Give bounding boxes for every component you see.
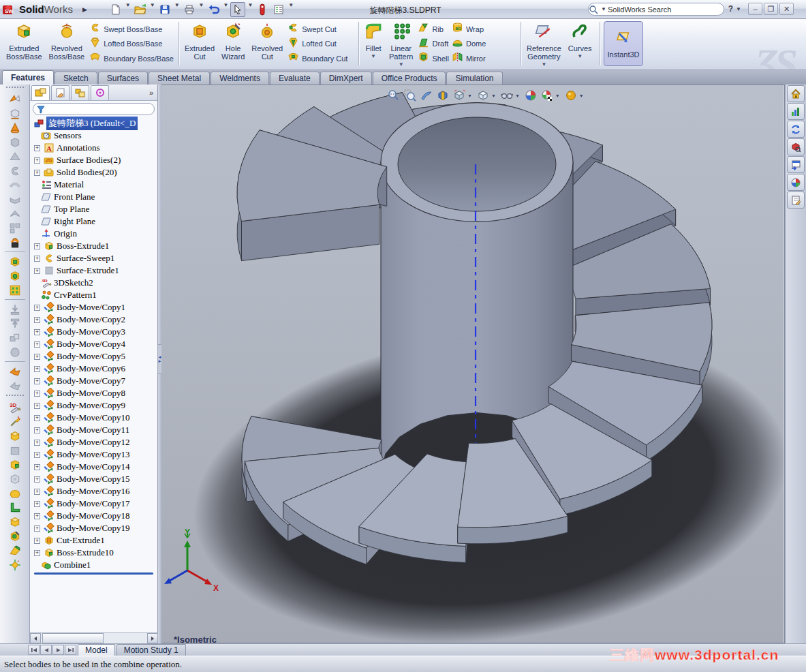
left-toolbar-wing-icon[interactable] [6,92,24,106]
featuremanager-tab[interactable] [31,85,50,100]
wrap-button[interactable]: abWrap [452,22,486,36]
expand-icon[interactable]: + [34,268,40,274]
expand-icon[interactable]: + [34,305,40,311]
tree-item-boss-extrude10[interactable]: +Boss-Extrude10 [30,547,157,559]
tree-item-crvpattern1[interactable]: CrvPattern1 [30,289,157,301]
left-toolbar-sk3d-icon[interactable]: 3D [6,400,24,414]
expand-icon[interactable]: + [34,427,40,433]
taskpane-refresh-button[interactable] [787,121,805,138]
extruded-button[interactable]: Extruded Cut [182,20,217,61]
tree-item-body-move-copy2[interactable]: +Body-Move/Copy2 [30,314,157,326]
left-toolbar-ybox3-icon[interactable] [6,515,24,529]
expand-icon[interactable]: + [34,341,40,348]
fillet-button[interactable]: Fillet▼ [362,20,385,60]
expand-icon[interactable]: + [34,452,40,458]
tree-item-front-plane[interactable]: Front Plane [30,191,157,203]
headsup-scene-button[interactable]: ▼ [540,88,562,103]
swept-cut-button[interactable]: Swept Cut [288,22,347,36]
headsup-zoomarea-button[interactable] [403,88,418,103]
vcr-prev-button[interactable] [40,645,52,655]
tree-item-top-plane[interactable]: Top Plane [30,203,157,215]
expand-icon[interactable]: + [34,170,40,176]
tree-item-body-move-copy4[interactable]: +Body-Move/Copy4 [30,338,157,350]
tree-item-body-move-copy12[interactable]: +Body-Move/Copy12 [30,436,157,448]
left-toolbar-ywedge-icon[interactable] [6,543,24,558]
revolved-button[interactable]: Revolved Boss/Base [46,20,88,61]
expand-icon[interactable]: + [34,354,40,360]
tree-item-body-move-copy13[interactable]: +Body-Move/Copy13 [30,448,157,461]
lofted-boss-base-button[interactable]: Lofted Boss/Base [89,37,174,51]
help-dropdown[interactable]: ▼ [736,6,741,12]
left-toolbar-g-ball-icon[interactable] [6,345,24,359]
curves-button[interactable]: Curves▼ [565,20,595,60]
tab-simulation[interactable]: Simulation [446,72,502,85]
left-toolbar-g-tri-icon[interactable] [6,207,24,221]
expand-icon[interactable]: + [34,145,40,151]
left-toolbar-g-grid-icon[interactable] [6,221,24,235]
panel-tabs-overflow[interactable]: » [149,89,153,97]
bottom-tab-model[interactable]: Model [78,644,115,656]
instant3d-button[interactable]: Instant3D [604,21,643,66]
undo-icon[interactable] [206,2,221,17]
expand-icon[interactable]: + [34,243,40,249]
expand-icon[interactable]: + [34,513,40,519]
left-toolbar-lock-icon[interactable] [6,235,24,249]
left-toolbar-ypat-icon[interactable] [6,283,24,297]
rollback-bar[interactable] [34,572,153,575]
expand-icon[interactable]: + [34,440,40,446]
hole-button[interactable]: Hole Wizard [219,20,247,61]
tab-office-products[interactable]: Office Products [373,72,446,85]
tree-item-body-move-copy7[interactable]: +Body-Move/Copy7 [30,375,157,387]
left-toolbar-g-corner-icon[interactable] [6,149,24,164]
propertymanager-tab[interactable] [51,85,69,100]
left-toolbar-ybox2-icon[interactable] [6,429,24,443]
tab-evaluate[interactable]: Evaluate [270,72,320,85]
left-toolbar-fold-icon[interactable] [6,364,24,378]
tab-weldments[interactable]: Weldments [211,72,269,85]
tree-item-body-move-copy11[interactable]: +Body-Move/Copy11 [30,424,157,436]
tab-features[interactable]: Features [2,70,54,85]
tree-item-surface-extrude1[interactable]: +Surface-Extrude1 [30,264,157,277]
open-icon-dropdown[interactable]: ▼ [150,2,155,17]
xpress-tools-icon[interactable] [255,2,270,17]
left-toolbar-dim-icon[interactable] [6,106,24,121]
tree-item-body-move-copy9[interactable]: +Body-Move/Copy9 [30,399,157,412]
tree-item-body-move-copy18[interactable]: +Body-Move/Copy18 [30,510,157,522]
left-toolbar-g-cube-icon[interactable] [6,135,24,149]
left-toolbar-spark-icon[interactable] [6,414,24,429]
configurationmanager-tab[interactable] [71,85,89,100]
tree-item-sensors[interactable]: Sensors [30,129,157,142]
expand-icon[interactable]: + [34,391,40,397]
headsup-viewcube-button[interactable]: ▼ [452,88,474,103]
menu-arrow[interactable]: ▶ [82,6,87,13]
taskpane-colorball-button[interactable] [787,174,805,191]
left-toolbar-g-box-icon[interactable] [6,443,24,457]
draft-button[interactable]: Draft [418,37,448,51]
lofted-cut-button[interactable]: Lofted Cut [288,37,347,51]
expand-icon[interactable]: + [34,378,40,384]
left-toolbar-g-pipe-icon[interactable] [6,178,24,192]
graphics-viewport[interactable]: X Z Y ▼▼▼▼▼ *Isometric [161,85,785,643]
tree-item-annotations[interactable]: +AAnnotations [30,142,157,154]
rib-button[interactable]: Rib [418,22,448,36]
maximize-button[interactable]: ❐ [764,3,778,15]
dome-button[interactable]: Dome [452,37,486,51]
tree-root-item[interactable]: 旋轉階梯3 (Default<_D [30,117,157,129]
mirror-button[interactable]: Mirror [452,51,486,65]
expand-icon[interactable]: + [34,403,40,409]
minimize-button[interactable]: – [748,3,762,15]
headsup-zoomfit-button[interactable] [386,88,401,103]
headsup-glasses-button[interactable]: ▼ [499,88,522,103]
tree-item-body-move-copy5[interactable]: +Body-Move/Copy5 [30,350,157,363]
tree-item-surface-sweep1[interactable]: +Surface-Sweep1 [30,252,157,264]
tree-item-body-move-copy8[interactable]: +Body-Move/Copy8 [30,387,157,399]
expand-icon[interactable]: + [34,476,40,483]
headsup-section-button[interactable] [435,88,450,103]
bottom-tab-motion-study-1[interactable]: Motion Study 1 [117,644,186,656]
tree-item-body-move-copy1[interactable]: +Body-Move/Copy1 [30,301,157,314]
taskpane-home-button[interactable] [787,85,805,102]
print-icon-dropdown[interactable]: ▼ [199,2,204,17]
boundary-boss-base-button[interactable]: Boundary Boss/Base [89,51,174,65]
select-cursor-icon[interactable] [230,2,245,17]
left-toolbar-ygcube-icon[interactable] [6,457,24,472]
